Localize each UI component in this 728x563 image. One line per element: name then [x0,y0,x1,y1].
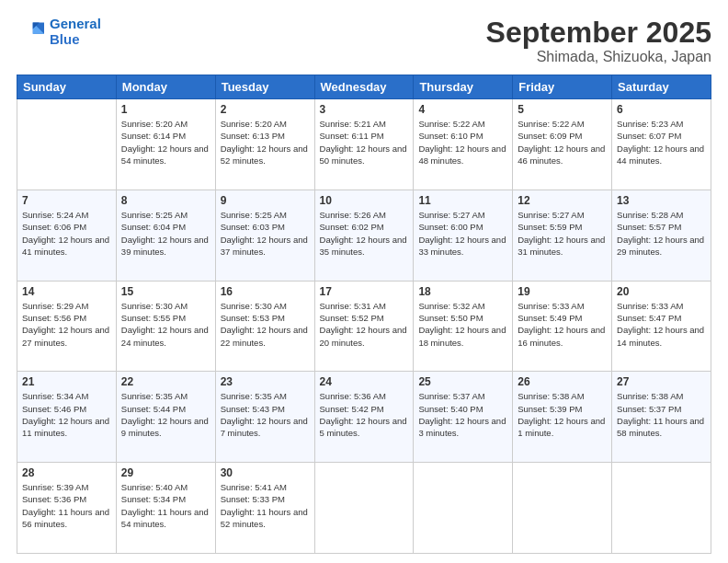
day-number: 29 [121,466,210,479]
day-cell: 27Sunrise: 5:38 AMSunset: 5:37 PMDayligh… [612,372,711,463]
day-number: 18 [418,285,507,298]
day-info: Sunrise: 5:37 AMSunset: 5:40 PMDaylight:… [418,390,507,439]
day-info: Sunrise: 5:26 AMSunset: 6:02 PMDaylight:… [320,209,409,258]
day-cell: 22Sunrise: 5:35 AMSunset: 5:44 PMDayligh… [116,372,215,463]
day-info: Sunrise: 5:24 AMSunset: 6:06 PMDaylight:… [22,209,111,258]
weekday-header-sunday: Sunday [17,75,117,99]
logo-icon [17,19,46,45]
day-info: Sunrise: 5:40 AMSunset: 5:34 PMDaylight:… [121,481,210,530]
day-number: 26 [518,375,607,388]
day-number: 14 [22,285,111,298]
logo-general: General [50,16,101,31]
day-info: Sunrise: 5:30 AMSunset: 5:53 PMDaylight:… [221,300,310,349]
day-number: 30 [221,466,310,479]
weekday-header-row: SundayMondayTuesdayWednesdayThursdayFrid… [17,75,711,99]
day-cell: 10Sunrise: 5:26 AMSunset: 6:02 PMDayligh… [314,190,414,281]
week-row-3: 14Sunrise: 5:29 AMSunset: 5:56 PMDayligh… [17,281,711,372]
day-cell: 6Sunrise: 5:23 AMSunset: 6:07 PMDaylight… [612,99,711,190]
day-info: Sunrise: 5:41 AMSunset: 5:33 PMDaylight:… [221,481,310,530]
day-info: Sunrise: 5:33 AMSunset: 5:47 PMDaylight:… [617,300,706,349]
day-number: 9 [221,194,310,207]
day-info: Sunrise: 5:20 AMSunset: 6:14 PMDaylight:… [121,118,210,167]
day-cell: 29Sunrise: 5:40 AMSunset: 5:34 PMDayligh… [116,463,215,554]
day-cell: 7Sunrise: 5:24 AMSunset: 6:06 PMDaylight… [17,190,117,281]
day-info: Sunrise: 5:30 AMSunset: 5:55 PMDaylight:… [121,300,210,349]
day-info: Sunrise: 5:38 AMSunset: 5:37 PMDaylight:… [617,390,706,439]
day-info: Sunrise: 5:28 AMSunset: 5:57 PMDaylight:… [617,209,706,258]
week-row-4: 21Sunrise: 5:34 AMSunset: 5:46 PMDayligh… [17,372,711,463]
calendar-table: SundayMondayTuesdayWednesdayThursdayFrid… [17,75,711,554]
week-row-1: 1Sunrise: 5:20 AMSunset: 6:14 PMDaylight… [17,99,711,190]
day-info: Sunrise: 5:32 AMSunset: 5:50 PMDaylight:… [418,300,507,349]
header: General Blue September 2025 Shimada, Shi… [17,17,711,65]
day-cell: 24Sunrise: 5:36 AMSunset: 5:42 PMDayligh… [314,372,414,463]
day-cell [612,463,711,554]
day-number: 20 [617,285,706,298]
weekday-header-monday: Monday [116,75,215,99]
day-cell [414,463,513,554]
day-cell: 21Sunrise: 5:34 AMSunset: 5:46 PMDayligh… [17,372,117,463]
day-cell: 14Sunrise: 5:29 AMSunset: 5:56 PMDayligh… [17,281,117,372]
day-cell [17,99,117,190]
day-info: Sunrise: 5:35 AMSunset: 5:43 PMDaylight:… [221,390,310,439]
day-number: 15 [121,285,210,298]
day-cell [513,463,612,554]
day-number: 12 [518,194,607,207]
weekday-header-thursday: Thursday [414,75,513,99]
location-title: Shimada, Shizuoka, Japan [486,49,711,65]
logo: General Blue [17,17,101,47]
day-cell: 13Sunrise: 5:28 AMSunset: 5:57 PMDayligh… [612,190,711,281]
day-cell: 26Sunrise: 5:38 AMSunset: 5:39 PMDayligh… [513,372,612,463]
day-number: 25 [418,375,507,388]
weekday-header-wednesday: Wednesday [314,75,414,99]
day-info: Sunrise: 5:36 AMSunset: 5:42 PMDaylight:… [320,390,409,439]
page: General Blue September 2025 Shimada, Shi… [0,0,728,563]
day-number: 17 [320,285,409,298]
day-number: 27 [617,375,706,388]
day-cell: 18Sunrise: 5:32 AMSunset: 5:50 PMDayligh… [414,281,513,372]
day-number: 21 [22,375,111,388]
day-cell: 16Sunrise: 5:30 AMSunset: 5:53 PMDayligh… [215,281,314,372]
week-row-2: 7Sunrise: 5:24 AMSunset: 6:06 PMDaylight… [17,190,711,281]
day-number: 22 [121,375,210,388]
month-title: September 2025 [486,17,711,49]
day-cell: 30Sunrise: 5:41 AMSunset: 5:33 PMDayligh… [215,463,314,554]
day-info: Sunrise: 5:21 AMSunset: 6:11 PMDaylight:… [320,118,409,167]
day-cell: 28Sunrise: 5:39 AMSunset: 5:36 PMDayligh… [17,463,117,554]
day-cell: 20Sunrise: 5:33 AMSunset: 5:47 PMDayligh… [612,281,711,372]
day-number: 13 [617,194,706,207]
weekday-header-tuesday: Tuesday [215,75,314,99]
day-cell: 2Sunrise: 5:20 AMSunset: 6:13 PMDaylight… [215,99,314,190]
day-cell: 25Sunrise: 5:37 AMSunset: 5:40 PMDayligh… [414,372,513,463]
day-number: 3 [320,103,409,116]
day-info: Sunrise: 5:27 AMSunset: 6:00 PMDaylight:… [418,209,507,258]
day-number: 8 [121,194,210,207]
day-number: 6 [617,103,706,116]
day-info: Sunrise: 5:33 AMSunset: 5:49 PMDaylight:… [518,300,607,349]
day-number: 16 [221,285,310,298]
logo-blue: Blue [50,32,101,48]
day-cell: 19Sunrise: 5:33 AMSunset: 5:49 PMDayligh… [513,281,612,372]
week-row-5: 28Sunrise: 5:39 AMSunset: 5:36 PMDayligh… [17,463,711,554]
title-block: September 2025 Shimada, Shizuoka, Japan [486,17,711,65]
day-cell: 17Sunrise: 5:31 AMSunset: 5:52 PMDayligh… [314,281,414,372]
day-cell: 11Sunrise: 5:27 AMSunset: 6:00 PMDayligh… [414,190,513,281]
day-cell: 9Sunrise: 5:25 AMSunset: 6:03 PMDaylight… [215,190,314,281]
day-cell: 3Sunrise: 5:21 AMSunset: 6:11 PMDaylight… [314,99,414,190]
day-number: 19 [518,285,607,298]
day-number: 11 [418,194,507,207]
day-cell: 4Sunrise: 5:22 AMSunset: 6:10 PMDaylight… [414,99,513,190]
day-cell: 12Sunrise: 5:27 AMSunset: 5:59 PMDayligh… [513,190,612,281]
day-number: 24 [320,375,409,388]
day-number: 23 [221,375,310,388]
weekday-header-friday: Friday [513,75,612,99]
day-info: Sunrise: 5:22 AMSunset: 6:09 PMDaylight:… [518,118,607,167]
day-number: 4 [418,103,507,116]
day-info: Sunrise: 5:25 AMSunset: 6:03 PMDaylight:… [221,209,310,258]
day-info: Sunrise: 5:22 AMSunset: 6:10 PMDaylight:… [418,118,507,167]
day-cell [314,463,414,554]
day-info: Sunrise: 5:38 AMSunset: 5:39 PMDaylight:… [518,390,607,439]
day-info: Sunrise: 5:31 AMSunset: 5:52 PMDaylight:… [320,300,409,349]
day-info: Sunrise: 5:39 AMSunset: 5:36 PMDaylight:… [22,481,111,530]
day-number: 10 [320,194,409,207]
